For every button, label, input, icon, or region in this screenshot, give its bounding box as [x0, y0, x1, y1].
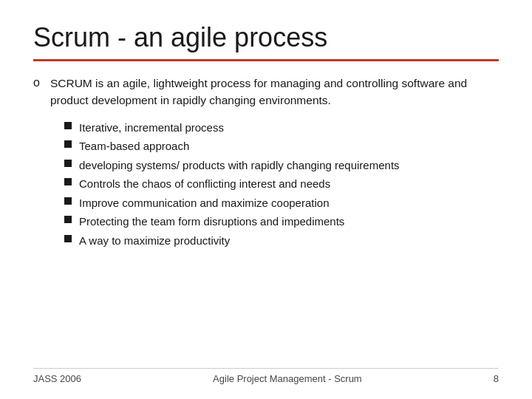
sub-bullet-text: developing systems/ products with rapidl…: [79, 157, 400, 174]
sub-bullet-item: developing systems/ products with rapidl…: [64, 157, 499, 174]
sub-bullet-text: Controls the chaos of conflicting intere…: [79, 176, 330, 193]
sub-bullet-marker: [64, 140, 72, 148]
sub-bullet-item: Controls the chaos of conflicting intere…: [64, 176, 499, 193]
sub-bullet-item: Protecting the team form disruptions and…: [64, 214, 499, 231]
sub-bullet-text: A way to maximize productivity: [79, 233, 230, 250]
sub-bullet-text: Protecting the team form disruptions and…: [79, 214, 344, 231]
sub-bullet-item: Improve communication and maximize coope…: [64, 195, 499, 212]
sub-bullet-marker: [64, 216, 72, 223]
footer-center: Agile Project Management - Scrum: [81, 373, 494, 384]
sub-bullet-item: A way to maximize productivity: [64, 233, 499, 250]
slide-title: Scrum - an agile process: [33, 22, 499, 53]
slide: Scrum - an agile process o SCRUM is an a…: [0, 0, 532, 399]
footer-left: JASS 2006: [33, 373, 81, 384]
sub-bullet-marker: [64, 178, 72, 185]
sub-bullet-marker: [64, 122, 72, 129]
content-area: o SCRUM is an agile, lightweight process…: [33, 75, 499, 368]
footer-right: 8: [494, 373, 499, 384]
main-bullet: o SCRUM is an agile, lightweight process…: [33, 75, 499, 109]
outer-bullet-marker: o: [33, 76, 40, 89]
sub-bullet-item: Team-based approach: [64, 138, 499, 155]
title-underline: [33, 59, 499, 61]
sub-bullet-marker: [64, 235, 72, 242]
sub-bullets-list: Iterative, incremental processTeam-based…: [64, 120, 499, 250]
sub-bullet-text: Iterative, incremental process: [79, 120, 224, 137]
main-paragraph: SCRUM is an agile, lightweight process f…: [50, 75, 499, 109]
sub-bullet-marker: [64, 160, 72, 167]
sub-bullet-text: Team-based approach: [79, 138, 189, 155]
sub-bullet-text: Improve communication and maximize coope…: [79, 195, 330, 212]
sub-bullet-marker: [64, 197, 72, 205]
footer: JASS 2006 Agile Project Management - Scr…: [33, 368, 499, 384]
sub-bullet-item: Iterative, incremental process: [64, 120, 499, 137]
